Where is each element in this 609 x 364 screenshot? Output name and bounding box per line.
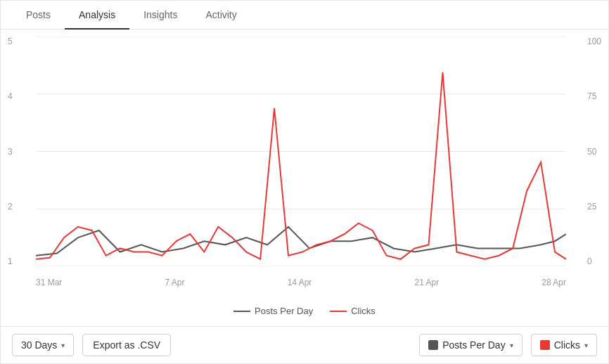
y-right-0: 0: [587, 256, 592, 266]
legend-line-posts: [233, 311, 250, 312]
x-label-28apr: 28 Apr: [541, 278, 566, 287]
y-axis-left: 5 4 3 2 1: [8, 37, 13, 266]
posts-dropdown-arrow-icon: ▾: [510, 342, 513, 349]
y-left-3: 3: [8, 147, 13, 157]
tab-posts[interactable]: Posts: [12, 1, 65, 29]
legend-line-clicks: [330, 311, 347, 312]
chart-svg: [36, 37, 566, 266]
y-left-4: 4: [8, 91, 13, 101]
y-right-100: 100: [587, 37, 601, 46]
clicks-swatch-icon: [540, 340, 550, 350]
days-dropdown[interactable]: 30 Days ▾: [12, 334, 74, 356]
y-left-5: 5: [8, 37, 13, 46]
tab-analysis[interactable]: Analysis: [65, 1, 129, 29]
legend-clicks-label: Clicks: [351, 306, 376, 316]
metric-filters: Posts Per Day ▾ Clicks ▾: [419, 334, 597, 356]
bottom-bar: 30 Days ▾ Export as .CSV Posts Per Day ▾…: [1, 326, 608, 363]
tab-insights[interactable]: Insights: [129, 1, 191, 29]
legend-clicks: Clicks: [330, 306, 376, 316]
y-left-1: 1: [8, 256, 13, 266]
chart-area: 5 4 3 2 1 100 75 50 25 0: [1, 30, 608, 301]
y-right-75: 75: [587, 91, 596, 101]
x-label-7apr: 7 Apr: [165, 278, 184, 287]
x-label-31mar: 31 Mar: [36, 278, 62, 287]
legend-posts-per-day: Posts Per Day: [233, 306, 313, 316]
tab-bar: Posts Analysis Insights Activity: [1, 1, 608, 30]
days-dropdown-label: 30 Days: [21, 339, 57, 351]
y-left-2: 2: [8, 202, 13, 212]
posts-per-day-filter-label: Posts Per Day: [442, 339, 505, 351]
clicks-filter[interactable]: Clicks ▾: [531, 334, 597, 356]
y-right-50: 50: [587, 147, 596, 157]
posts-per-day-filter[interactable]: Posts Per Day ▾: [419, 334, 522, 356]
y-axis-right: 100 75 50 25 0: [587, 37, 601, 266]
tab-activity[interactable]: Activity: [191, 1, 250, 29]
x-label-14apr: 14 Apr: [288, 278, 312, 287]
x-axis: 31 Mar 7 Apr 14 Apr 21 Apr 28 Apr: [36, 278, 566, 287]
days-dropdown-arrow-icon: ▾: [61, 342, 65, 349]
export-csv-label: Export as .CSV: [93, 339, 160, 351]
chart-legend: Posts Per Day Clicks: [1, 301, 608, 326]
legend-posts-label: Posts Per Day: [255, 306, 313, 316]
export-csv-button[interactable]: Export as .CSV: [82, 334, 171, 356]
y-right-25: 25: [587, 202, 596, 212]
posts-swatch-icon: [428, 340, 438, 350]
clicks-dropdown-arrow-icon: ▾: [584, 342, 588, 349]
clicks-filter-label: Clicks: [554, 339, 580, 351]
x-label-21apr: 21 Apr: [414, 278, 439, 287]
